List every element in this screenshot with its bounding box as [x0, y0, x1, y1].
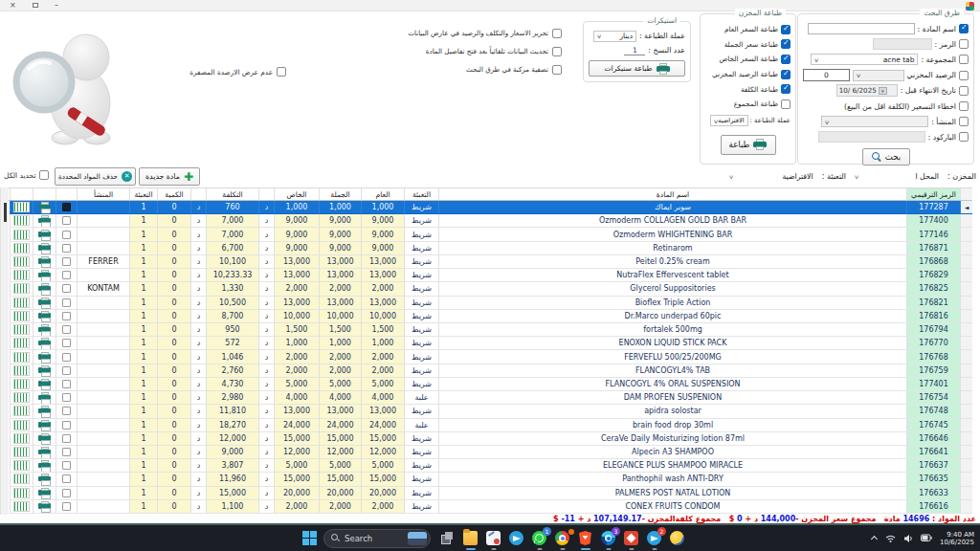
row-select-checkbox[interactable]	[56, 405, 77, 418]
row-select-checkbox[interactable]	[56, 201, 77, 214]
expiry-checkbox[interactable]	[959, 86, 969, 96]
battery-icon[interactable]	[921, 534, 932, 542]
header-special-price[interactable]: الخاص	[274, 188, 319, 200]
barcode-item-icon[interactable]	[10, 405, 33, 418]
barcode-item-icon[interactable]	[10, 282, 33, 296]
origin-checkbox[interactable]	[959, 117, 969, 126]
task-view-icon[interactable]	[440, 531, 455, 545]
print-item-icon[interactable]	[33, 350, 56, 364]
header-fill[interactable]: التعبئة	[129, 188, 157, 200]
file-explorer-icon[interactable]	[463, 531, 478, 545]
restore-icon[interactable]	[33, 3, 38, 8]
barcode-item-icon[interactable]	[10, 228, 33, 241]
barcode-item-icon[interactable]	[10, 487, 33, 500]
minimize-icon[interactable]: –	[55, 1, 58, 11]
row-select-checkbox[interactable]	[56, 282, 77, 296]
row-select-checkbox[interactable]	[56, 446, 77, 459]
row-select-checkbox[interactable]	[56, 255, 77, 269]
barcode-item-icon[interactable]	[10, 432, 33, 446]
row-select-checkbox[interactable]	[56, 419, 77, 432]
packing-combo[interactable]: الافتراضية ∨	[727, 169, 815, 183]
row-select-checkbox[interactable]	[56, 487, 77, 500]
brave-icon[interactable]	[578, 531, 592, 545]
table-row[interactable]: ◄177287سوبر ايماكشريط1,0001,0001,000د760…	[9, 201, 972, 214]
print-option-checkbox[interactable]	[781, 84, 791, 94]
barcode-item-icon[interactable]	[10, 473, 33, 486]
print-item-icon[interactable]	[33, 282, 56, 296]
barcode-item-icon[interactable]	[10, 419, 33, 432]
code-input[interactable]	[873, 38, 932, 50]
row-select-checkbox[interactable]	[56, 364, 77, 378]
table-row[interactable]: 176745brain food drop 30mlعلبة24,00024,0…	[9, 419, 972, 432]
photos-icon[interactable]	[624, 531, 638, 545]
tray-chevron-up-icon[interactable]	[871, 535, 878, 541]
row-select-checkbox[interactable]	[56, 297, 77, 310]
store-combo[interactable]: المحل ا ∨	[853, 169, 941, 183]
code-checkbox[interactable]	[959, 39, 969, 49]
telegram-2-icon[interactable]: 2	[647, 531, 661, 545]
table-row[interactable]: 176637ELEGANCE PLUS SHAMPOO MIRACLEشريط5…	[9, 459, 972, 473]
item-name-checkbox[interactable]	[959, 24, 969, 33]
print-option-checkbox[interactable]	[781, 25, 791, 34]
chrome-icon[interactable]	[555, 531, 569, 545]
print-item-icon[interactable]	[33, 391, 56, 405]
header-name[interactable]: اسم المادة	[438, 188, 906, 200]
scrollbar-thumb[interactable]	[4, 203, 7, 222]
close-icon[interactable]: ×	[10, 1, 16, 11]
table-row[interactable]: 177401FLANCOGYL 4% ORAL SUSPENSIONشريط5,…	[9, 378, 972, 391]
select-all-checkbox[interactable]	[39, 170, 49, 180]
print-item-icon[interactable]	[33, 473, 56, 486]
row-select-checkbox[interactable]	[56, 337, 77, 350]
table-row[interactable]: 176616CONEX FRUITS CONDOMشريط2,0002,0002…	[9, 500, 972, 514]
print-button[interactable]: طباعة	[721, 135, 776, 155]
table-row[interactable]: 176794fortalek 500mgشريط1,5001,5001,500د…	[9, 323, 972, 337]
barcode-item-icon[interactable]	[10, 310, 33, 323]
table-row[interactable]: 176868Peitel 0.25% creamشريط13,00013,000…	[9, 255, 972, 269]
print-item-icon[interactable]	[33, 378, 56, 391]
group-checkbox[interactable]	[959, 55, 969, 64]
display-option-checkbox[interactable]	[552, 29, 562, 38]
barcode-item-icon[interactable]	[10, 446, 33, 459]
print-item-icon[interactable]	[33, 364, 56, 378]
header-packing[interactable]: التعبئة	[404, 188, 438, 200]
table-row[interactable]: 176871Retinaromشريط9,0009,0009,000د6,700…	[9, 242, 972, 255]
new-item-button[interactable]: مادة جديدة ✚	[139, 167, 200, 186]
row-select-checkbox[interactable]	[56, 350, 77, 364]
row-select-checkbox[interactable]	[56, 323, 77, 337]
table-row[interactable]: 177400Ozmoderm COLLAGEN GOLD BAR BARشريط…	[9, 214, 972, 228]
print-item-icon[interactable]	[33, 405, 56, 418]
table-row[interactable]: 176633PALMERS POST NATAL LOTIONشريط20,00…	[9, 487, 972, 500]
table-row[interactable]: 176641Alpecin A3 SHAMPOOشريط12,00012,000…	[9, 446, 972, 459]
print-item-icon[interactable]	[33, 446, 56, 459]
table-row[interactable]: 176816Dr.Marco underpad 60picشريط10,0001…	[9, 310, 972, 323]
table-row[interactable]: 176770ENOXON LIQUID STICK PACKشريط1,0001…	[9, 337, 972, 350]
barcode-item-icon[interactable]	[10, 242, 33, 255]
table-row[interactable]: 176825Glycerol Suppositoriesشريط2,0002,0…	[9, 282, 972, 296]
vertical-scrollbar[interactable]	[0, 187, 9, 515]
wifi-icon[interactable]	[885, 534, 896, 543]
print-item-icon[interactable]	[33, 323, 56, 337]
row-select-checkbox[interactable]	[56, 391, 77, 405]
print-stickers-button[interactable]: طباعة ستيكرات	[589, 60, 685, 77]
volume-icon[interactable]	[903, 534, 913, 543]
print-option-checkbox[interactable]	[781, 39, 791, 49]
barcode-item-icon[interactable]	[10, 500, 33, 514]
table-row[interactable]: 176635Panthophil wash ANTI-DRYشريط15,000…	[9, 473, 972, 486]
row-select-checkbox[interactable]	[56, 214, 77, 228]
header-wholesale-price[interactable]: الجملة	[319, 188, 361, 200]
print-item-icon[interactable]	[33, 337, 56, 350]
barcode-item-icon[interactable]	[10, 350, 33, 364]
barcode-item-icon[interactable]	[10, 323, 33, 337]
row-select-checkbox[interactable]	[56, 473, 77, 486]
barcode-checkbox[interactable]	[959, 132, 969, 142]
row-select-checkbox[interactable]	[56, 432, 77, 446]
barcode-item-icon[interactable]	[10, 255, 33, 269]
delete-selected-button[interactable]: حذف المواد المحددة ✕	[55, 167, 136, 186]
header-quantity[interactable]: الكمية	[157, 188, 190, 200]
barcode-item-icon[interactable]	[10, 364, 33, 378]
header-cost[interactable]: التكلفة	[206, 188, 258, 200]
print-currency-combo[interactable]: الافتراضية ∨	[710, 115, 748, 126]
copies-input[interactable]	[624, 45, 645, 55]
print-item-icon[interactable]	[33, 432, 56, 446]
print-item-icon[interactable]	[33, 297, 56, 310]
